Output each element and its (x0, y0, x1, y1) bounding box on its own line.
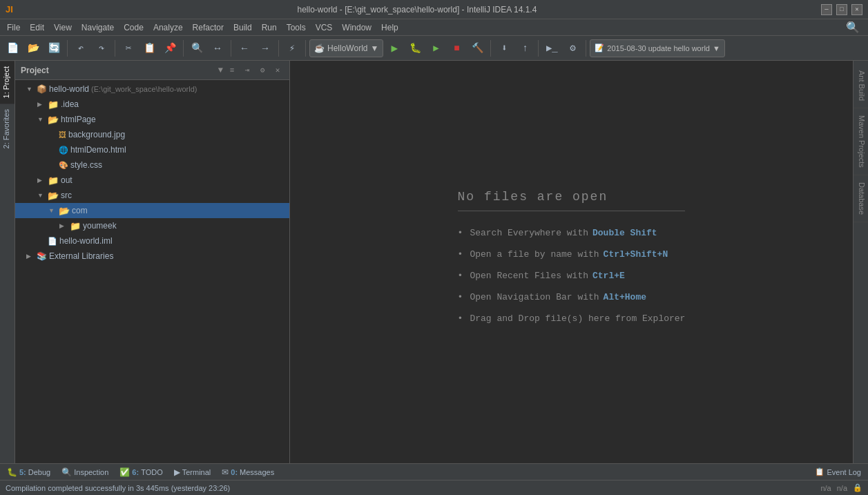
css-icon-style: 🎨 (59, 161, 68, 170)
tool-debug[interactable]: 🐛 5: Debug (3, 466, 55, 478)
debug-tool-label: Debug (28, 468, 50, 476)
arrow-idea: ▶ (37, 101, 46, 108)
run-button[interactable]: ▶ (385, 39, 404, 58)
tree-item-style-css[interactable]: ▶ 🎨 style.css (15, 157, 289, 173)
menu-navigate[interactable]: Navigate (77, 21, 118, 34)
folder-icon-htmlpage: 📂 (48, 115, 59, 125)
run-config-dropdown-icon: ▼ (370, 43, 378, 53)
tree-item-com[interactable]: ▼ 📂 com (15, 203, 289, 218)
toolbar-separator-7 (490, 40, 491, 57)
tree-item-youmeek[interactable]: ▶ 📁 youmeek (15, 218, 289, 233)
debug-button[interactable]: 🐛 (405, 39, 425, 58)
folder-icon-youmeek: 📁 (70, 221, 81, 231)
minimize-button[interactable]: ─ (821, 4, 832, 15)
tool-todo[interactable]: ✅ 6: TODO (115, 466, 166, 478)
commit-button[interactable]: ↑ (515, 39, 534, 58)
search-everywhere-button[interactable]: 🔍 (840, 21, 865, 35)
folder-icon-out: 📁 (48, 175, 59, 186)
project-panel-dropdown: ▼ (218, 66, 223, 75)
tree-item-iml[interactable]: ▶ 📄 hello-world.iml (15, 233, 289, 249)
replace-button[interactable]: ↔ (208, 39, 227, 58)
commit-message-text: 2015-08-30 update hello world (607, 44, 710, 52)
no-files-title: No files are open (458, 190, 686, 211)
commit-message-selector[interactable]: 📝 2015-08-30 update hello world ▼ (590, 39, 725, 57)
menu-view[interactable]: View (50, 21, 76, 34)
toolbar-separator-3 (183, 40, 184, 57)
window-title: hello-world - [E:\git_work_space\hello-w… (13, 5, 821, 14)
stop-button[interactable]: ■ (447, 39, 466, 58)
menu-code[interactable]: Code (119, 21, 148, 34)
panel-hide-button[interactable]: ✕ (271, 64, 284, 77)
arrow-out: ▶ (37, 177, 46, 184)
right-tab-maven[interactable]: Maven Projects (853, 108, 868, 175)
tool-terminal[interactable]: ▶ Terminal (170, 466, 215, 478)
menu-vcs[interactable]: VCS (311, 21, 337, 34)
settings-button[interactable]: ⚙ (563, 39, 582, 58)
tree-item-hello-world[interactable]: ▼ 📦 hello-world (E:\git_work_space\hello… (15, 81, 289, 97)
find-button[interactable]: 🔍 (187, 39, 206, 58)
todo-tool-number: 6: (132, 468, 139, 476)
menu-tools[interactable]: Tools (282, 21, 310, 34)
tree-item-background-jpg[interactable]: ▶ 🖼 background.jpg (15, 127, 289, 142)
tab-favorites[interactable]: 2: Favorites (0, 104, 15, 154)
gear-icon[interactable]: ⚙ (256, 64, 269, 77)
run-config-name: HelloWorld (327, 43, 367, 53)
build-button[interactable]: 🔨 (467, 39, 487, 58)
new-file-button[interactable]: 📄 (3, 39, 22, 58)
copy-button[interactable]: 📋 (139, 39, 159, 58)
back-button[interactable]: ← (235, 39, 254, 58)
autoscroll-button[interactable]: ⇥ (241, 64, 253, 77)
terminal-button[interactable]: ▶_ (542, 39, 561, 58)
todo-tool-label: TODO (141, 468, 163, 476)
tree-item-external-libs[interactable]: ▶ 📚 External Libraries (15, 249, 289, 264)
menu-file[interactable]: File (3, 21, 24, 34)
tree-item-idea[interactable]: ▶ 📁 .idea (15, 97, 289, 112)
menu-bar: File Edit View Navigate Code Analyze Ref… (0, 19, 868, 36)
right-tab-ant-build[interactable]: Ant Build (853, 64, 868, 108)
main-content: 1: Project 2: Favorites Project ▼ ≡ ⇥ ⚙ … (0, 61, 868, 463)
app-logo: JI (6, 4, 13, 14)
undo-button[interactable]: ↶ (71, 39, 90, 58)
arrow-src: ▼ (37, 192, 46, 199)
run-configuration-selector[interactable]: ☕ HelloWorld ▼ (309, 39, 383, 57)
todo-tool-icon: ✅ (119, 467, 130, 477)
menu-window[interactable]: Window (338, 21, 376, 34)
close-button[interactable]: ✕ (851, 4, 862, 15)
img-icon-background: 🖼 (59, 130, 66, 139)
tab-project[interactable]: 1: Project (0, 61, 15, 104)
forward-button[interactable]: → (255, 39, 275, 58)
menu-run[interactable]: Run (258, 21, 281, 34)
run-coverage-button[interactable]: ▶ (426, 39, 445, 58)
menu-help[interactable]: Help (377, 21, 403, 34)
paste-button[interactable]: 📌 (160, 39, 180, 58)
menu-analyze[interactable]: Analyze (149, 21, 187, 34)
cut-button[interactable]: ✂ (119, 39, 138, 58)
tool-inspection[interactable]: 🔍 Inspection (57, 466, 113, 478)
collapse-all-button[interactable]: ≡ (226, 64, 238, 77)
tree-item-src[interactable]: ▼ 📂 src (15, 188, 289, 203)
open-button[interactable]: 📂 (23, 39, 43, 58)
tree-item-htmldemo[interactable]: ▶ 🌐 htmlDemo.html (15, 142, 289, 157)
tree-item-htmlpage[interactable]: ▼ 📂 htmlPage (15, 112, 289, 127)
redo-button[interactable]: ↷ (92, 39, 111, 58)
tool-event-log[interactable]: 📋 Event Log (811, 466, 865, 478)
menu-refactor[interactable]: Refactor (189, 21, 228, 34)
structure-button[interactable]: ⚡ (282, 39, 302, 58)
ln-col-1: n/a (820, 484, 831, 492)
right-sidebar: Ant Build Maven Projects Database (853, 61, 868, 463)
messages-tool-icon: ✉ (222, 467, 229, 477)
arrow-htmlpage: ▼ (37, 116, 46, 123)
toolbar-separator-8 (538, 40, 539, 57)
hint-nav-bar: • Open Navigation Bar with Alt+Home (458, 292, 686, 302)
tree-item-out[interactable]: ▶ 📁 out (15, 173, 289, 188)
tool-messages[interactable]: ✉ 0: Messages (218, 466, 278, 478)
menu-build[interactable]: Build (229, 21, 256, 34)
update-project-button[interactable]: ⬇ (494, 39, 514, 58)
messages-tool-number: 0: (231, 468, 238, 476)
toolbar-separator-4 (231, 40, 231, 57)
right-tab-database[interactable]: Database (853, 175, 868, 222)
label-com: com (72, 206, 88, 215)
restore-button[interactable]: □ (836, 4, 847, 15)
sync-button[interactable]: 🔄 (44, 39, 64, 58)
menu-edit[interactable]: Edit (26, 21, 48, 34)
